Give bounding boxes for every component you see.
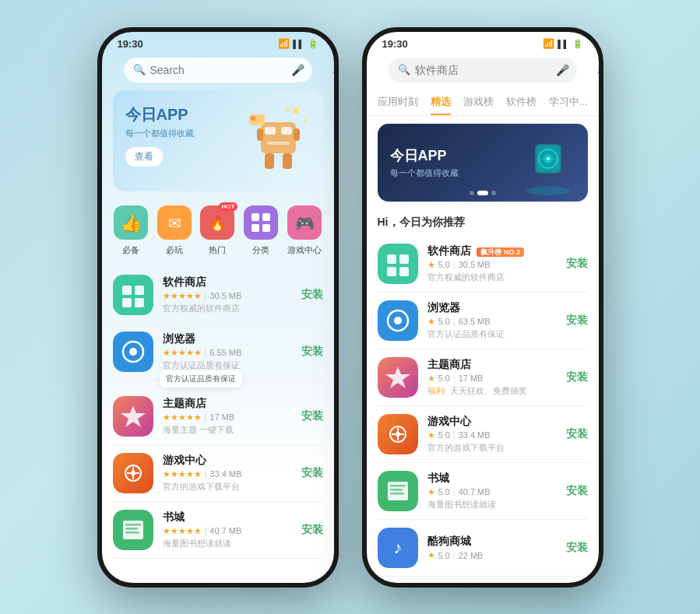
liulanqi-icon-svg: [113, 332, 153, 372]
install-btn-r-ruanjian[interactable]: 安装: [566, 257, 588, 271]
app-desc-ruanjian: 官方权威的软件商店: [163, 303, 292, 314]
install-btn-r-shucheng[interactable]: 安装: [566, 484, 588, 498]
search-bar-right[interactable]: 🔍 🎤: [389, 58, 577, 82]
svg-rect-22: [252, 224, 259, 232]
app-icon-r-kugou: ♪: [378, 528, 418, 568]
svg-rect-6: [265, 153, 274, 169]
category-fenlei[interactable]: 分类: [242, 204, 280, 256]
banner-title-left: 今日APP: [125, 104, 194, 125]
app-name-r-liulanqi: 浏览器: [427, 301, 557, 315]
app-meta-shucheng: ★★★★★ | 40.7 MB: [163, 526, 292, 536]
install-btn-r-youxi[interactable]: 安装: [566, 427, 588, 441]
biwan-icon: ✉: [157, 205, 192, 240]
tab-ruanjianbang[interactable]: 软件榜: [506, 90, 536, 115]
category-gamecenter[interactable]: 🎮 游戏中心: [286, 204, 323, 256]
search-input-right[interactable]: [415, 64, 551, 76]
tab-yingyong[interactable]: 应用时刻: [378, 90, 418, 115]
svg-text:👍: 👍: [121, 212, 142, 233]
app-info-r-zhuti: 主题商店 ★ 5.0 | 17 MB 福利·天天狂欢、免费抽奖: [427, 358, 557, 397]
right-phone: 19:30 📶 ▌▌ 🔋 🔍 🎤 ⬇ 应用时刻 精选: [362, 27, 603, 588]
battery-icon-left: 🔋: [308, 39, 318, 49]
signal-icon-right: ▌▌: [558, 40, 568, 48]
list-item: 浏览器 ★ 5.0 | 63.5 MB 官方认证品质有保证 安装: [378, 293, 588, 349]
mic-icon-right[interactable]: 🎤: [556, 64, 569, 76]
app-desc-shucheng: 海量图书想读就读: [163, 538, 292, 549]
search-icon-right: 🔍: [398, 64, 410, 75]
status-bar-left: 19:30 📶 ▌▌ 🔋: [102, 32, 334, 53]
app-info-shucheng: 书城 ★★★★★ | 40.7 MB 海量图书想读就读: [163, 510, 292, 549]
wifi-icon-left: 📶: [278, 38, 290, 49]
app-name-r-youxi: 游戏中心: [427, 415, 557, 429]
app-desc-liulanqi: 官方认证品质有保证: [163, 360, 292, 371]
list-item: 游戏中心 ★★★★★ | 33.4 MB 官方的游戏下载平台 安装: [113, 445, 323, 502]
install-btn-r-kugou[interactable]: 安装: [566, 541, 588, 555]
svg-rect-43: [125, 528, 138, 530]
svg-point-45: [526, 186, 570, 195]
svg-rect-30: [135, 298, 144, 307]
svg-rect-2: [281, 127, 292, 135]
category-hotmen-label: 热门: [209, 244, 226, 256]
download-icon-left[interactable]: ⬇: [330, 62, 334, 77]
app-icon-r-zhuti: [378, 357, 418, 398]
mic-icon-left[interactable]: 🎤: [291, 64, 304, 76]
app-meta-r-ruanjian: ★ 5.0 | 30.5 MB: [427, 260, 557, 270]
app-list-right: 软件商店 飙升榜 NO.3 ★ 5.0 | 30.5 MB 官方权威的软件商店 …: [367, 236, 599, 577]
app-info-zhuti: 主题商店 ★★★★★ | 17 MB 海量主题 一键下载: [163, 397, 292, 436]
list-item: 浏览器 ★★★★★ | 6.55 MB 官方认证品质有保证 安装 官方认证: [113, 324, 323, 381]
install-btn-shucheng[interactable]: 安装: [301, 523, 323, 537]
tab-youxibang[interactable]: 游戏榜: [463, 90, 494, 115]
category-fenlei-label: 分类: [252, 244, 269, 256]
app-info-liulanqi: 浏览器 ★★★★★ | 6.55 MB 官方认证品质有保证: [163, 332, 292, 371]
banner-dots: [470, 191, 496, 195]
tab-xuexi[interactable]: 学习中...: [549, 90, 588, 115]
svg-rect-29: [122, 298, 132, 307]
svg-rect-56: [387, 267, 396, 276]
svg-rect-42: [125, 524, 141, 526]
banner-subtitle-left: 每一个都值得收藏: [125, 128, 194, 139]
app-desc-zhuti: 海量主题 一键下载: [163, 424, 292, 436]
svg-rect-69: [390, 485, 406, 487]
install-btn-r-zhuti[interactable]: 安装: [566, 370, 588, 384]
app-icon-r-liulanqi: [378, 300, 418, 341]
dot-3: [491, 191, 496, 195]
svg-rect-20: [252, 213, 259, 221]
app-icon-ruanjian: [113, 275, 153, 315]
install-btn-youxi[interactable]: 安装: [301, 466, 323, 480]
banner-button-left[interactable]: 查看: [125, 147, 163, 167]
app-desc-r-youxi: 官方的游戏下载平台: [427, 442, 557, 454]
app-meta-youxi: ★★★★★ | 33.4 MB: [163, 469, 292, 479]
category-hotmen[interactable]: 🔥 HOT 热门: [199, 204, 236, 256]
dot-1: [470, 191, 474, 195]
app-icon-youxi: [113, 453, 153, 493]
dot-2: [477, 191, 488, 195]
list-item: ♪ 酷狗商城 ★ 5.0 | 22 MB 安装: [378, 520, 588, 577]
app-meta-r-zhuti: ★ 5.0 | 17 MB: [427, 374, 557, 384]
app-desc-r-shucheng: 海量图书想读就读: [427, 499, 557, 510]
svg-rect-21: [262, 213, 270, 221]
category-bibei[interactable]: 👍 必备: [112, 204, 149, 256]
svg-point-33: [129, 348, 137, 356]
install-btn-zhuti[interactable]: 安装: [301, 409, 323, 423]
svg-rect-27: [122, 286, 132, 295]
app-name-r-ruanjian: 软件商店 飙升榜 NO.3: [427, 244, 557, 258]
app-meta-ruanjian: ★★★★★ | 30.5 MB: [163, 291, 292, 301]
install-btn-r-liulanqi[interactable]: 安装: [566, 314, 588, 328]
list-item: 软件商店 飙升榜 NO.3 ★ 5.0 | 30.5 MB 官方权威的软件商店 …: [378, 236, 588, 293]
svg-text:♪: ♪: [393, 538, 402, 557]
svg-point-60: [394, 317, 402, 325]
battery-icon-right: 🔋: [572, 39, 583, 49]
svg-point-10: [293, 107, 299, 114]
search-bar-left[interactable]: 🔍 🎤: [124, 58, 312, 82]
category-biwan-label: 必玩: [166, 244, 183, 256]
svg-rect-5: [294, 128, 300, 141]
install-btn-liulanqi[interactable]: 安装: [301, 345, 323, 359]
install-btn-ruanjian[interactable]: 安装: [301, 288, 323, 302]
category-biwan[interactable]: ✉ 必玩: [156, 204, 193, 256]
download-icon-right[interactable]: ⬇: [595, 62, 599, 77]
svg-rect-53: [378, 244, 418, 284]
app-name-ruanjian: 软件商店: [163, 275, 292, 289]
tooltip-bubble: 官方认证品质有保证: [160, 370, 242, 388]
svg-rect-26: [113, 275, 153, 315]
search-input-left[interactable]: [150, 64, 287, 76]
tab-jingxuan[interactable]: 精选: [431, 90, 451, 115]
